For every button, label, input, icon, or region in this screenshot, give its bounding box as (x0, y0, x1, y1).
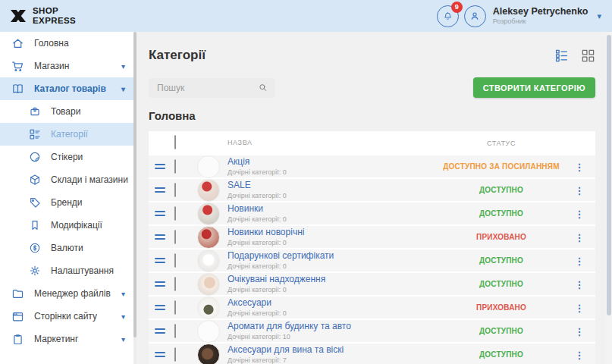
category-name-link[interactable]: Подарункові сертифікати (228, 251, 433, 262)
sidebar-scrollbar-thumb[interactable] (133, 32, 137, 337)
table-row: Аксесуари для вина та віскі Дочірні кате… (149, 344, 595, 364)
kebab-menu-icon[interactable]: ⋮ (575, 350, 585, 361)
row-checkbox[interactable] (174, 347, 176, 362)
chevron-down-icon: ▾ (121, 62, 125, 71)
list-view-toggle-icon[interactable] (555, 49, 570, 63)
sidebar-item-settings[interactable]: Налаштування (0, 259, 137, 282)
home-icon (11, 37, 24, 50)
kebab-menu-icon[interactable]: ⋮ (575, 185, 585, 196)
category-children-count: Дочірні категорії: 0 (228, 239, 433, 246)
category-children-count: Дочірні категорії: 0 (228, 192, 433, 199)
sidebar-item-product-catalog[interactable]: Каталог товарів ▾ (0, 77, 137, 100)
category-children-count: Дочірні категорії: 0 (228, 309, 433, 317)
category-image (197, 155, 220, 178)
sidebar-item-shop[interactable]: Магазин ▾ (0, 55, 137, 77)
category-image (197, 344, 220, 364)
category-children-count: Дочірні категорії: 0 (228, 286, 433, 293)
drag-handle-icon[interactable] (155, 234, 165, 240)
column-header-name: НАЗВА (228, 139, 433, 146)
sidebar-item-label: Головна (34, 38, 69, 49)
brand-tag-icon (28, 196, 41, 209)
kebab-menu-icon[interactable]: ⋮ (575, 303, 585, 314)
status-badge: ДОСТУПНО (433, 256, 570, 265)
person-icon (469, 10, 481, 22)
row-checkbox[interactable] (174, 324, 176, 338)
sidebar-item-label: Валюти (51, 243, 83, 253)
row-checkbox[interactable] (174, 206, 176, 221)
category-image (197, 273, 220, 296)
drag-handle-icon[interactable] (155, 211, 165, 216)
sidebar-item-label: Каталог товарів (34, 83, 106, 94)
category-image (197, 226, 220, 249)
notifications-button[interactable]: 9 (437, 5, 459, 27)
drag-handle-icon[interactable] (155, 258, 165, 263)
kebab-menu-icon[interactable]: ⋮ (575, 232, 585, 243)
sidebar-item-warehouses[interactable]: Склади і магазини (0, 168, 137, 191)
table-row: Аксесуари Дочірні категорії: 0 ПРИХОВАНО… (149, 297, 595, 318)
search-input[interactable] (155, 82, 258, 94)
category-children-count: Дочірні категорії: 0 (228, 262, 433, 270)
sidebar-item-brands[interactable]: Бренди (0, 191, 137, 214)
row-checkbox[interactable] (174, 253, 176, 268)
row-checkbox[interactable] (174, 230, 176, 244)
sidebar-item-categories[interactable]: Категорії (0, 123, 137, 146)
sidebar-item-stickers[interactable]: Стікери (0, 146, 137, 168)
sidebar-item-marketing[interactable]: Маркетинг ▾ (0, 328, 137, 350)
category-name-link[interactable]: Аксесуари для вина та віскі (228, 345, 433, 356)
category-name-link[interactable]: Новинки (228, 204, 433, 215)
drag-handle-icon[interactable] (155, 352, 165, 357)
category-name-link[interactable]: Аромати для будинку та авто (228, 322, 433, 332)
drag-handle-icon[interactable] (155, 187, 165, 193)
grid-view-toggle-icon[interactable] (581, 49, 595, 63)
sidebar-item-modifications[interactable]: Модифікації (0, 214, 137, 237)
kebab-menu-icon[interactable]: ⋮ (575, 326, 585, 337)
category-children-count: Дочірні категорії: 0 (228, 168, 433, 176)
sidebar-item-label: Бренди (51, 197, 83, 208)
kebab-menu-icon[interactable]: ⋮ (575, 209, 585, 220)
category-name-link[interactable]: Аксесуари (228, 298, 433, 309)
browser-window-icon (11, 310, 24, 323)
row-checkbox[interactable] (174, 183, 176, 197)
category-name-link[interactable]: SALE (228, 180, 433, 191)
table-row: Акція Дочірні категорії: 0 ДОСТУПНО ЗА П… (149, 155, 595, 177)
drag-handle-icon[interactable] (155, 281, 165, 287)
category-name-link[interactable]: Новинки новорічні (228, 228, 433, 238)
sidebar-item-site-pages[interactable]: Сторінки сайту ▾ (0, 305, 137, 328)
content-scrollbar[interactable] (606, 32, 612, 364)
drag-handle-icon[interactable] (155, 305, 165, 310)
category-image (197, 179, 220, 202)
table-row: SALE Дочірні категорії: 0 ДОСТУПНО ⋮ (149, 179, 595, 201)
user-menu-chevron-down-icon[interactable]: ▾ (597, 11, 601, 21)
drag-handle-icon[interactable] (155, 328, 165, 334)
select-all-checkbox[interactable] (174, 135, 176, 149)
row-checkbox[interactable] (174, 159, 176, 174)
kebab-menu-icon[interactable]: ⋮ (575, 162, 585, 173)
chevron-down-icon: ▾ (121, 312, 125, 321)
kebab-menu-icon[interactable]: ⋮ (575, 279, 585, 290)
chevron-down-icon: ▾ (121, 85, 125, 93)
content-scrollbar-thumb[interactable] (607, 35, 611, 315)
status-badge: ДОСТУПНО (433, 350, 570, 359)
user-info[interactable]: Aleksey Petrychenko Розробник (493, 6, 588, 26)
status-badge: ДОСТУПНО ЗА ПОСИЛАННЯМ (433, 162, 570, 171)
user-avatar-button[interactable] (464, 5, 486, 27)
category-name-link[interactable]: Акція (228, 157, 433, 168)
kebab-menu-icon[interactable]: ⋮ (575, 256, 585, 267)
sidebar-item-label: Маркетинг (34, 334, 78, 344)
logo-line1: SHOP (33, 6, 76, 16)
sidebar-item-currencies[interactable]: Валюти (0, 237, 137, 259)
category-image (197, 320, 220, 343)
logo-line2: EXPRESS (33, 16, 76, 26)
sidebar-item-products[interactable]: Товари (0, 100, 137, 123)
sidebar-scrollbar[interactable] (133, 32, 137, 364)
table-row: Очікувані надходження Дочірні категорії:… (149, 273, 595, 295)
sidebar-item-file-manager[interactable]: Менеджер файлів ▾ (0, 282, 137, 305)
row-checkbox[interactable] (174, 277, 176, 291)
create-category-button[interactable]: СТВОРИТИ КАТЕГОРІЮ (473, 77, 595, 98)
drag-handle-icon[interactable] (155, 164, 165, 169)
category-name-link[interactable]: Очікувані надходження (228, 275, 433, 285)
currency-dollar-icon (28, 242, 41, 255)
row-checkbox[interactable] (174, 300, 176, 315)
sidebar-item-label: Модифікації (51, 220, 102, 231)
sidebar-item-home[interactable]: Головна (0, 32, 137, 55)
